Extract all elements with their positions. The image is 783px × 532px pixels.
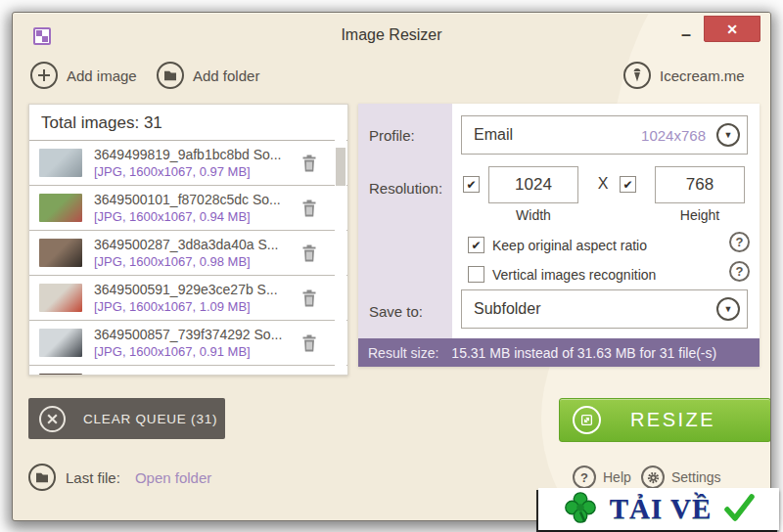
height-label: Height [655, 207, 745, 223]
image-fileinfo: [JPG, 1600x1067, 0.98 MB] [94, 254, 300, 269]
add-folder-label: Add folder [193, 67, 259, 84]
height-enable-checkbox[interactable]: ✔ [620, 176, 636, 193]
image-thumbnail [39, 194, 82, 222]
save-to-dropdown[interactable]: Subfolder ▼ [461, 289, 748, 329]
vertical-recognition-label: Vertical images recognition [492, 267, 656, 283]
open-folder-link[interactable]: Open folder [135, 469, 211, 486]
image-thumbnail [39, 329, 82, 357]
image-filename: 3649500101_f87028c5dc So... [94, 192, 300, 207]
image-text-block: 3649500287_3d8a3da40a S... [JPG, 1600x10… [94, 237, 300, 269]
save-to-value: Subfolder [474, 300, 716, 318]
window-title: Image Resizer [13, 26, 770, 44]
chevron-down-icon: ▼ [716, 297, 740, 321]
close-button[interactable]: ✕ [704, 16, 760, 42]
help-question-icon[interactable]: ? [729, 261, 750, 282]
result-size-value: 15.31 MB instead of 31.63 MB for 31 file… [451, 345, 716, 361]
profile-size: 1024x768 [641, 127, 706, 144]
image-text-block: 3649500857_739f374292 So... [JPG, 1600x1… [94, 327, 300, 359]
question-icon: ? [573, 466, 596, 489]
profile-label: Profile: [369, 127, 415, 144]
height-input[interactable] [655, 166, 745, 203]
image-fileinfo: [JPG, 1600x1067, 0.97 MB] [94, 164, 300, 179]
add-image-button[interactable]: Add image [30, 60, 137, 91]
settings-button[interactable]: Settings [641, 466, 721, 489]
width-enable-checkbox[interactable]: ✔ [463, 176, 480, 193]
chevron-down-icon: ▼ [716, 123, 740, 147]
result-size-label: Result size: [368, 345, 438, 361]
settings-label: Settings [671, 469, 721, 485]
image-queue-list: 3649499819_9afb1bc8bd So... [JPG, 1600x1… [29, 140, 347, 376]
download-watermark[interactable]: TẢI VỀ [538, 488, 779, 530]
add-folder-button[interactable]: Add folder [157, 60, 259, 91]
width-input[interactable] [488, 166, 578, 203]
image-filename: 3649499819_9afb1bc8bd So... [94, 147, 300, 162]
image-text-block: 3649499819_9afb1bc8bd So... [JPG, 1600x1… [94, 147, 300, 179]
checkmark-icon [723, 494, 755, 525]
resize-label: RESIZE [601, 409, 745, 431]
queue-list-item: 3649500857_739f374292 So... [JPG, 1600x1… [29, 321, 347, 366]
add-image-label: Add image [67, 67, 137, 84]
scrollbar-thumb[interactable] [336, 148, 345, 186]
queue-list-item: 3649499819_9afb1bc8bd So... [JPG, 1600x1… [29, 141, 347, 186]
resolution-label: Resolution: [369, 180, 442, 197]
trash-icon[interactable] [300, 288, 318, 308]
dimension-separator: X [592, 175, 614, 193]
image-queue-panel: Total images: 31 3649499819_9afb1bc8bd S… [28, 104, 348, 376]
help-question-icon[interactable]: ? [729, 232, 750, 252]
trash-icon[interactable] [300, 154, 318, 173]
image-filename: 3649500287_3d8a3da40a S... [94, 237, 300, 252]
brand-link[interactable]: Icecream.me [623, 60, 745, 91]
last-file-row: Last file: Open folder [28, 464, 211, 491]
trash-icon[interactable] [300, 244, 318, 263]
brand-label: Icecream.me [660, 67, 745, 84]
image-fileinfo: [JPG, 1600x1067, 0.94 MB] [94, 209, 300, 224]
clear-queue-label: CLEAR QUEUE (31) [83, 412, 217, 426]
image-thumbnail [39, 284, 82, 312]
trash-icon[interactable] [300, 199, 318, 218]
last-file-label: Last file: [66, 469, 120, 486]
app-window: Image Resizer – ✕ Add image Add folder I… [12, 12, 771, 521]
image-filename: 3649500857_739f374292 So... [94, 327, 300, 342]
width-label: Width [488, 207, 578, 223]
resize-icon [573, 406, 601, 434]
help-button[interactable]: ? Help [573, 466, 631, 489]
queue-list-item: 3649500945_f4e549b385 So... [29, 366, 347, 376]
resize-button[interactable]: RESIZE [559, 398, 771, 442]
help-label: Help [603, 469, 631, 485]
result-size-bar: Result size: 15.31 MB instead of 31.63 M… [358, 338, 760, 367]
x-circle-icon [39, 406, 66, 432]
image-thumbnail [39, 374, 82, 376]
queue-scrollbar[interactable] [335, 137, 346, 374]
clear-queue-button[interactable]: CLEAR QUEUE (31) [28, 398, 225, 439]
gear-icon [641, 466, 665, 489]
trash-icon[interactable] [300, 333, 318, 353]
image-thumbnail [39, 149, 82, 177]
plus-icon [30, 62, 58, 89]
resize-settings-panel: Profile: Resolution: Save to: Email 1024… [358, 104, 760, 367]
profile-dropdown[interactable]: Email 1024x768 ▼ [461, 115, 748, 155]
queue-list-item: 3649500591_929e3ce27b S... [JPG, 1600x10… [29, 276, 347, 321]
folder-icon [157, 62, 184, 89]
image-thumbnail [39, 239, 82, 267]
image-fileinfo: [JPG, 1600x1067, 1.09 MB] [94, 299, 300, 314]
clover-icon [563, 490, 598, 529]
image-text-block: 3649500591_929e3ce27b S... [JPG, 1600x10… [94, 282, 300, 314]
settings-controls: Email 1024x768 ▼ ✔ X ✔ Width Height ✔ Ke… [452, 104, 760, 338]
minimize-button[interactable]: – [679, 29, 693, 43]
profile-value: Email [474, 126, 641, 144]
keep-aspect-label: Keep original aspect ratio [492, 238, 647, 253]
vertical-recognition-checkbox[interactable] [468, 266, 484, 283]
total-images-header: Total images: 31 [41, 113, 336, 133]
folder-icon [28, 464, 56, 491]
icecream-icon [623, 62, 651, 89]
image-filename: 3649500591_929e3ce27b S... [94, 282, 300, 297]
image-fileinfo: [JPG, 1600x1067, 0.91 MB] [94, 344, 300, 359]
keep-aspect-checkbox[interactable]: ✔ [468, 237, 484, 253]
image-text-block: 3649500101_f87028c5dc So... [JPG, 1600x1… [94, 192, 300, 224]
queue-list-item: 3649500101_f87028c5dc So... [JPG, 1600x1… [29, 186, 347, 231]
queue-list-item: 3649500287_3d8a3da40a S... [JPG, 1600x10… [29, 231, 347, 276]
watermark-text: TẢI VỀ [610, 493, 713, 525]
save-to-label: Save to: [369, 303, 423, 320]
